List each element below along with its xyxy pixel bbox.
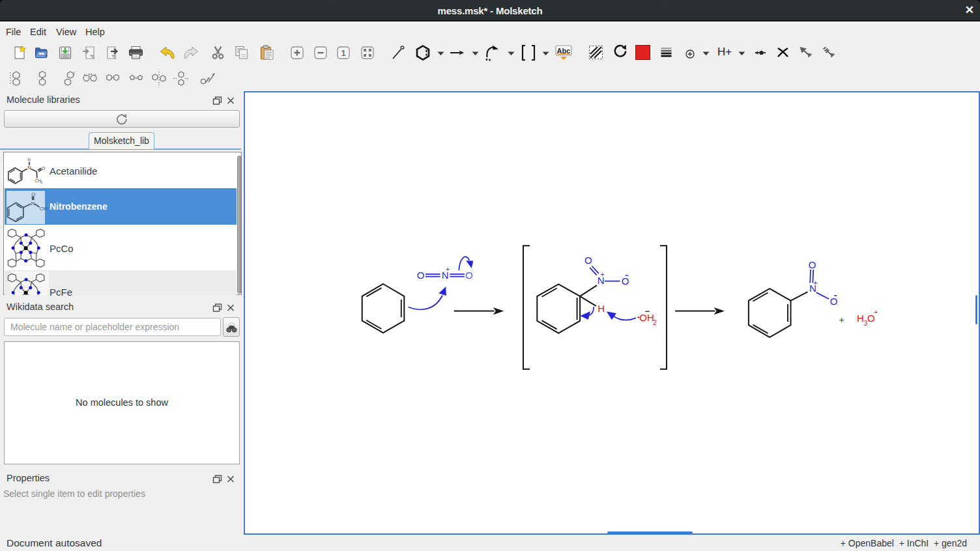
svg-text:O: O bbox=[829, 296, 837, 307]
svg-text:+: + bbox=[600, 271, 604, 278]
svg-text:2: 2 bbox=[653, 319, 657, 326]
svg-text:O: O bbox=[42, 166, 46, 171]
svg-text:N: N bbox=[31, 201, 35, 206]
svg-text:H: H bbox=[598, 303, 605, 314]
svg-text:O: O bbox=[31, 191, 35, 197]
svg-text:+: + bbox=[813, 279, 817, 287]
svg-text:OH: OH bbox=[40, 206, 48, 212]
svg-text:O: O bbox=[465, 270, 473, 281]
svg-text:+: + bbox=[446, 265, 450, 272]
svg-text:1: 1 bbox=[341, 48, 345, 58]
svg-text:Abc: Abc bbox=[557, 47, 571, 55]
svg-text:O: O bbox=[621, 276, 629, 287]
svg-text:N: N bbox=[27, 165, 31, 171]
svg-text:+: + bbox=[839, 314, 844, 324]
svg-text:+: + bbox=[874, 309, 878, 316]
svg-text:3: 3 bbox=[40, 180, 42, 184]
svg-text:H: H bbox=[857, 313, 864, 324]
svg-text:OH: OH bbox=[639, 311, 654, 322]
svg-text:O: O bbox=[416, 270, 424, 281]
svg-text:O: O bbox=[584, 255, 592, 266]
svg-text:H: H bbox=[28, 158, 31, 162]
svg-text:O: O bbox=[808, 259, 816, 270]
